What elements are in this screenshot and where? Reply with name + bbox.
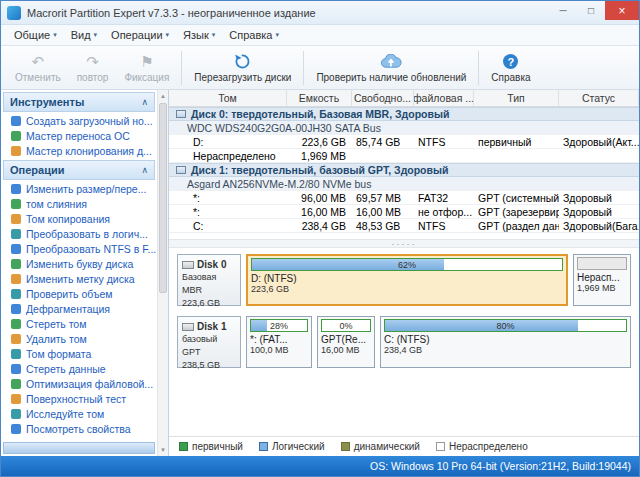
scroll-up-icon[interactable]: ▲ bbox=[158, 90, 168, 102]
sidebar-item[interactable]: Посмотреть свойства bbox=[1, 421, 157, 436]
column-header-free[interactable]: Свободно... bbox=[352, 90, 414, 106]
table-row-disk0-group[interactable]: Диск 0: твердотельный, Базовая MBR, Здор… bbox=[169, 107, 639, 121]
partition-msr[interactable]: 0% GPT(Re... 16,00 MB bbox=[317, 316, 375, 368]
commit-button[interactable]: ⚑ Фиксация bbox=[116, 48, 177, 88]
partition-c[interactable]: 80% C: (NTFS) 238,4 GB bbox=[380, 316, 631, 368]
partition-label: *: (FAT... bbox=[250, 334, 308, 345]
menu-item[interactable]: Справка ▾ bbox=[222, 27, 286, 43]
sidebar-item[interactable]: Изменить метку диска bbox=[1, 271, 157, 286]
volume-filesystem: не отфор... bbox=[414, 206, 474, 218]
column-header-capacity[interactable]: Емкость bbox=[287, 90, 352, 106]
volume-type: первичный bbox=[474, 136, 559, 148]
section-title: Инструменты bbox=[10, 96, 141, 108]
partition-size: 238,4 GB bbox=[384, 345, 627, 355]
disk-model-label: WDC WDS240G2G0A-00JH30 SATA Bus bbox=[169, 122, 381, 134]
sidebar-item[interactable]: Создать загрузочный но... bbox=[1, 113, 157, 128]
sidebar-item[interactable]: том слияния bbox=[1, 196, 157, 211]
table-row-unallocated[interactable]: Нераспределено 1,969 MB bbox=[169, 149, 639, 163]
disk0-info-box[interactable]: Disk 0 Базовая MBR 223,6 GB bbox=[177, 254, 241, 306]
partition-unallocated[interactable]: Нерасп... 1,969 MB bbox=[573, 254, 631, 306]
table-row-disk0-model[interactable]: WDC WDS240G2G0A-00JH30 SATA Bus bbox=[169, 121, 639, 135]
sidebar-item[interactable]: Изменить букву диска bbox=[1, 256, 157, 271]
sidebar-item[interactable]: Поверхностный тест bbox=[1, 391, 157, 406]
partition-efi[interactable]: 28% *: (FAT... 100,0 MB bbox=[246, 316, 312, 368]
item-icon bbox=[11, 364, 21, 374]
menu-item-label: Вид bbox=[71, 29, 91, 41]
chevron-up-icon: ∧ bbox=[141, 165, 148, 175]
sidebar-item[interactable]: Удалить том bbox=[1, 331, 157, 346]
disk-icon bbox=[176, 110, 186, 118]
maximize-button[interactable]: □ bbox=[577, 1, 605, 20]
partition-label: C: (NTFS) bbox=[384, 334, 627, 345]
column-header-type[interactable]: Тип bbox=[474, 90, 559, 106]
volume-type: GPT (раздел дан... bbox=[474, 220, 559, 232]
help-button[interactable]: ? Справка bbox=[483, 48, 538, 88]
sidebar-section-tools-header[interactable]: Инструменты ∧ bbox=[3, 92, 155, 112]
legend-label: динамический bbox=[354, 441, 420, 452]
minimize-button[interactable]: ─ bbox=[549, 1, 577, 20]
item-icon bbox=[11, 259, 21, 269]
toolbar-separator bbox=[478, 51, 479, 85]
scroll-down-icon[interactable]: ▼ bbox=[158, 444, 168, 456]
usage-percent: 80% bbox=[385, 320, 626, 331]
column-header-status[interactable]: Статус bbox=[559, 90, 639, 106]
check-updates-button[interactable]: Проверить наличие обновлений bbox=[308, 48, 474, 88]
redo-button[interactable]: ↷ повтор bbox=[69, 48, 117, 88]
commit-label: Фиксация bbox=[124, 72, 169, 83]
sidebar-item[interactable]: Том копирования bbox=[1, 211, 157, 226]
sidebar-item[interactable]: Оптимизация файловой... bbox=[1, 376, 157, 391]
disk-drive-icon bbox=[182, 261, 194, 269]
menu-item[interactable]: Общие ▾ bbox=[7, 27, 64, 43]
table-row-volume-c[interactable]: C: 238,4 GB 48,53 GB NTFS GPT (раздел да… bbox=[169, 219, 639, 233]
section-title: Операции bbox=[10, 164, 141, 176]
scrollbar-thumb[interactable] bbox=[159, 103, 167, 293]
disk-size: 238,5 GB bbox=[182, 359, 236, 372]
disk1-row: Disk 1 базовый GPT 238,5 GB 28% *: (FAT.… bbox=[177, 316, 631, 368]
sidebar-section-operations-header[interactable]: Операции ∧ bbox=[3, 160, 155, 180]
sidebar-item[interactable]: Дефрагментация bbox=[1, 301, 157, 316]
partition-d[interactable]: 62% D: (NTFS) 223,6 GB bbox=[246, 254, 568, 306]
redo-label: повтор bbox=[77, 72, 109, 83]
column-header-volume[interactable]: Том bbox=[169, 90, 287, 106]
volume-free: 48,53 GB bbox=[352, 220, 414, 232]
sidebar-item[interactable]: Том формата bbox=[1, 346, 157, 361]
sidebar-item[interactable]: Преобразовать в логич... bbox=[1, 226, 157, 241]
sidebar-item-label: Изменить размер/пере... bbox=[26, 183, 146, 195]
sidebar-item[interactable]: Исследуйте том bbox=[1, 406, 157, 421]
column-header-filesystem[interactable]: файловая ... bbox=[414, 90, 474, 106]
sidebar-item-label: Том копирования bbox=[26, 213, 110, 225]
sidebar-item[interactable]: Стереть том bbox=[1, 316, 157, 331]
title-bar[interactable]: Macrorit Partition Expert v7.3.3 - неогр… bbox=[1, 1, 639, 25]
undo-button[interactable]: ↶ Отменить bbox=[7, 48, 69, 88]
sidebar-scrollbar[interactable]: ▲ ▼ bbox=[157, 90, 168, 456]
close-button[interactable]: × bbox=[605, 1, 639, 20]
usage-bar: 80% bbox=[384, 319, 627, 332]
dynamic-swatch-icon bbox=[341, 442, 350, 451]
table-row-volume-efi[interactable]: *: 96,00 MB 69,57 MB FAT32 GPT (системны… bbox=[169, 191, 639, 205]
item-icon bbox=[11, 289, 21, 299]
sidebar-tools-list: Создать загрузочный но... Мастер перенос… bbox=[1, 113, 157, 158]
menu-item[interactable]: Операции ▾ bbox=[104, 27, 176, 43]
sidebar-item[interactable]: Мастер переноса ОС bbox=[1, 128, 157, 143]
sidebar-item[interactable]: Преобразовать NTFS в F... bbox=[1, 241, 157, 256]
sidebar-item[interactable]: Мастер клонирования д... bbox=[1, 143, 157, 158]
sidebar-item[interactable]: Проверить объем bbox=[1, 286, 157, 301]
table-row-volume-d[interactable]: D: 223,6 GB 85,74 GB NTFS первичный Здор… bbox=[169, 135, 639, 149]
table-row-disk1-group[interactable]: Диск 1: твердотельный, базовый GPT, Здор… bbox=[169, 163, 639, 177]
sidebar-section-partial-header[interactable] bbox=[3, 442, 155, 454]
menu-item[interactable]: Язык ▾ bbox=[176, 27, 222, 43]
panel-splitter[interactable]: ····· bbox=[169, 239, 639, 248]
sidebar-item[interactable]: Стереть данные bbox=[1, 361, 157, 376]
table-row-disk1-model[interactable]: Asgard AN256NVMe-M.2/80 NVMe bus bbox=[169, 177, 639, 191]
chevron-down-icon: ▾ bbox=[166, 31, 170, 39]
volume-capacity: 1,969 MB bbox=[287, 150, 352, 162]
menu-item[interactable]: Вид ▾ bbox=[64, 27, 104, 43]
table-row-volume-msr[interactable]: *: 16,00 MB 16,00 MB не отфор... GPT (за… bbox=[169, 205, 639, 219]
disk1-info-box[interactable]: Disk 1 базовый GPT 238,5 GB bbox=[177, 316, 241, 368]
volume-capacity: 238,4 GB bbox=[287, 220, 352, 232]
item-icon bbox=[11, 274, 21, 284]
reload-disks-button[interactable]: Перезагрузить диски bbox=[186, 48, 299, 88]
sidebar-item[interactable]: Изменить размер/пере... bbox=[1, 181, 157, 196]
close-icon: × bbox=[618, 4, 625, 18]
menu-item-label: Справка bbox=[229, 29, 272, 41]
